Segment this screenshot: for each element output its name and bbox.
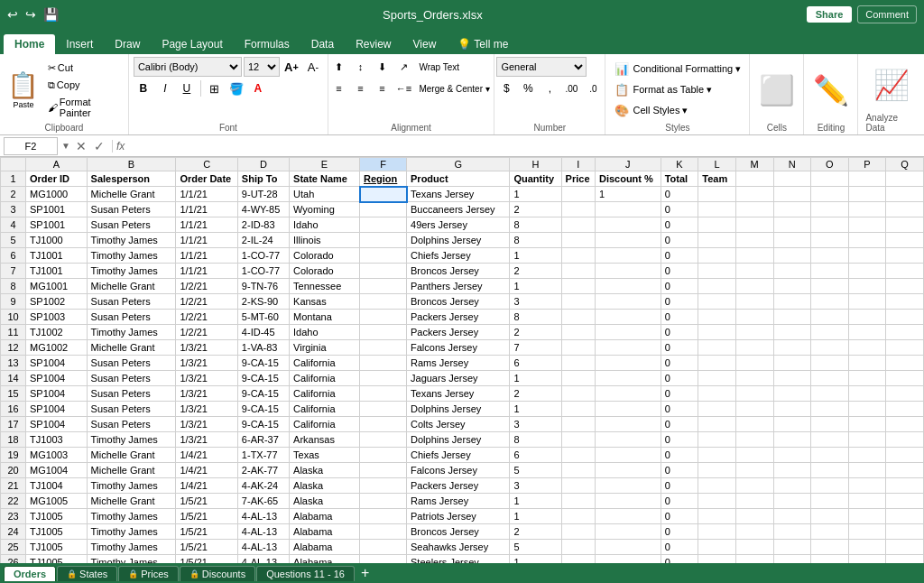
cell-d13[interactable]: 9-CA-15	[237, 356, 289, 371]
cell-i22[interactable]	[561, 494, 595, 509]
cell-h1[interactable]: Quantity	[510, 171, 561, 187]
cell-c16[interactable]: 1/3/21	[176, 402, 237, 417]
cell-l5[interactable]	[698, 233, 736, 248]
cell-d19[interactable]: 1-TX-77	[237, 448, 289, 463]
cell-n25[interactable]	[773, 540, 811, 555]
cell-q6[interactable]	[886, 248, 924, 264]
cell-styles-button[interactable]: 🎨 Cell Styles ▾	[610, 101, 745, 121]
comment-button[interactable]: Comment	[857, 5, 917, 23]
cell-p1[interactable]	[848, 171, 886, 187]
cell-h22[interactable]: 1	[510, 494, 561, 509]
col-header-i[interactable]: I	[561, 158, 595, 171]
cell-g18[interactable]: Dolphins Jersey	[407, 432, 510, 448]
font-size-select[interactable]: 12	[244, 57, 280, 77]
cell-q17[interactable]	[886, 417, 924, 432]
cell-o12[interactable]	[811, 340, 849, 356]
cell-k12[interactable]: 0	[661, 340, 698, 356]
cell-p9[interactable]	[848, 294, 886, 310]
cell-g16[interactable]: Dolphins Jersey	[407, 402, 510, 417]
cell-i25[interactable]	[561, 540, 595, 555]
cell-k7[interactable]: 0	[661, 264, 698, 279]
cell-f24[interactable]	[360, 524, 407, 540]
cell-d9[interactable]: 2-KS-90	[237, 294, 289, 310]
cell-o21[interactable]	[811, 478, 849, 494]
row-num[interactable]: 9	[1, 294, 26, 310]
cell-c15[interactable]: 1/3/21	[176, 386, 237, 402]
cell-p8[interactable]	[848, 279, 886, 294]
cell-d26[interactable]: 4-AL-13	[237, 555, 289, 564]
cell-b3[interactable]: Susan Peters	[87, 202, 176, 217]
col-header-o[interactable]: O	[811, 158, 849, 171]
comma-button[interactable]: ,	[540, 79, 559, 98]
cell-i11[interactable]	[561, 325, 595, 340]
cell-h23[interactable]: 1	[510, 509, 561, 524]
col-header-j[interactable]: J	[595, 158, 661, 171]
cell-o15[interactable]	[811, 386, 849, 402]
cell-g3[interactable]: Buccaneers Jersey	[407, 202, 510, 217]
cell-o18[interactable]	[811, 432, 849, 448]
cell-j16[interactable]	[595, 402, 661, 417]
cell-h6[interactable]: 1	[510, 248, 561, 264]
cell-f25[interactable]	[360, 540, 407, 555]
cell-o26[interactable]	[811, 555, 849, 564]
cell-e8[interactable]: Tennessee	[290, 279, 360, 294]
tab-review[interactable]: Review	[345, 34, 402, 54]
cell-d25[interactable]: 4-AL-13	[237, 540, 289, 555]
cell-a6[interactable]: TJ1001	[26, 248, 88, 264]
cell-c19[interactable]: 1/4/21	[176, 448, 237, 463]
cell-f20[interactable]	[360, 463, 407, 478]
cell-k20[interactable]: 0	[661, 463, 698, 478]
sheet-tab-discounts[interactable]: 🔒Discounts	[180, 566, 255, 581]
row-num[interactable]: 20	[1, 463, 26, 478]
cell-j14[interactable]	[595, 371, 661, 386]
borders-button[interactable]: ⊞	[205, 79, 225, 98]
cell-n13[interactable]	[773, 356, 811, 371]
cell-f7[interactable]	[360, 264, 407, 279]
cell-a10[interactable]: SP1003	[26, 310, 88, 325]
cell-q4[interactable]	[886, 217, 924, 233]
cell-j18[interactable]	[595, 432, 661, 448]
cell-m18[interactable]	[735, 432, 773, 448]
cell-j5[interactable]	[595, 233, 661, 248]
cell-f16[interactable]	[360, 402, 407, 417]
cell-j21[interactable]	[595, 478, 661, 494]
col-header-m[interactable]: M	[735, 158, 773, 171]
cell-f1[interactable]: Region	[360, 171, 407, 187]
cell-a8[interactable]: MG1001	[26, 279, 88, 294]
cell-d22[interactable]: 7-AK-65	[237, 494, 289, 509]
cell-a19[interactable]: MG1003	[26, 448, 88, 463]
cell-g2[interactable]: Texans Jersey	[407, 187, 510, 202]
cell-g10[interactable]: Packers Jersey	[407, 310, 510, 325]
cell-c2[interactable]: 1/1/21	[176, 187, 237, 202]
cell-e2[interactable]: Utah	[290, 187, 360, 202]
cell-q9[interactable]	[886, 294, 924, 310]
col-header-p[interactable]: P	[848, 158, 886, 171]
cell-d20[interactable]: 2-AK-77	[237, 463, 289, 478]
row-num[interactable]: 1	[1, 171, 26, 187]
number-format-select[interactable]: General	[496, 57, 587, 77]
cell-a24[interactable]: TJ1005	[26, 524, 88, 540]
cell-o14[interactable]	[811, 371, 849, 386]
row-num[interactable]: 19	[1, 448, 26, 463]
cell-i13[interactable]	[561, 356, 595, 371]
cell-a4[interactable]: SP1001	[26, 217, 88, 233]
cell-i3[interactable]	[561, 202, 595, 217]
cell-f2[interactable]	[360, 187, 407, 202]
cell-c24[interactable]: 1/5/21	[176, 524, 237, 540]
cell-l14[interactable]	[698, 371, 736, 386]
cell-k2[interactable]: 0	[661, 187, 698, 202]
cell-h20[interactable]: 5	[510, 463, 561, 478]
cell-k22[interactable]: 0	[661, 494, 698, 509]
cell-l25[interactable]	[698, 540, 736, 555]
cell-p22[interactable]	[848, 494, 886, 509]
cell-e22[interactable]: Alaska	[290, 494, 360, 509]
cell-a3[interactable]: SP1001	[26, 202, 88, 217]
cell-j25[interactable]	[595, 540, 661, 555]
cell-d17[interactable]: 9-CA-15	[237, 417, 289, 432]
cell-k24[interactable]: 0	[661, 524, 698, 540]
cell-o20[interactable]	[811, 463, 849, 478]
wrap-text-button[interactable]: Wrap Text	[415, 57, 463, 77]
cell-c8[interactable]: 1/2/21	[176, 279, 237, 294]
cell-d23[interactable]: 4-AL-13	[237, 509, 289, 524]
cell-c14[interactable]: 1/3/21	[176, 371, 237, 386]
